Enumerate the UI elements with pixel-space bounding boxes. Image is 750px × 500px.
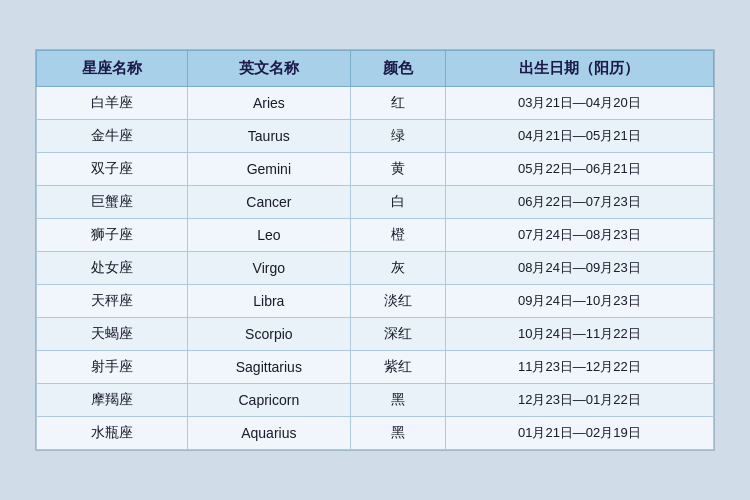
cell-color: 黑 [350,417,445,450]
cell-color: 白 [350,186,445,219]
table-row: 水瓶座Aquarius黑01月21日—02月19日 [37,417,714,450]
header-chinese-name: 星座名称 [37,51,188,87]
cell-chinese-name: 天秤座 [37,285,188,318]
cell-dates: 07月24日—08月23日 [445,219,713,252]
cell-color: 橙 [350,219,445,252]
cell-color: 红 [350,87,445,120]
table-body: 白羊座Aries红03月21日—04月20日金牛座Taurus绿04月21日—0… [37,87,714,450]
cell-dates: 03月21日—04月20日 [445,87,713,120]
table-row: 白羊座Aries红03月21日—04月20日 [37,87,714,120]
table-row: 双子座Gemini黄05月22日—06月21日 [37,153,714,186]
cell-chinese-name: 双子座 [37,153,188,186]
cell-english-name: Sagittarius [188,351,351,384]
cell-dates: 08月24日—09月23日 [445,252,713,285]
cell-chinese-name: 摩羯座 [37,384,188,417]
cell-english-name: Libra [188,285,351,318]
zodiac-table-container: 星座名称 英文名称 颜色 出生日期（阳历） 白羊座Aries红03月21日—04… [35,49,715,451]
cell-english-name: Taurus [188,120,351,153]
cell-chinese-name: 白羊座 [37,87,188,120]
cell-dates: 10月24日—11月22日 [445,318,713,351]
table-header-row: 星座名称 英文名称 颜色 出生日期（阳历） [37,51,714,87]
table-row: 狮子座Leo橙07月24日—08月23日 [37,219,714,252]
cell-english-name: Leo [188,219,351,252]
cell-dates: 06月22日—07月23日 [445,186,713,219]
cell-color: 黄 [350,153,445,186]
cell-chinese-name: 巨蟹座 [37,186,188,219]
cell-color: 绿 [350,120,445,153]
cell-color: 淡红 [350,285,445,318]
table-row: 天蝎座Scorpio深红10月24日—11月22日 [37,318,714,351]
cell-chinese-name: 水瓶座 [37,417,188,450]
cell-chinese-name: 射手座 [37,351,188,384]
cell-english-name: Cancer [188,186,351,219]
cell-dates: 05月22日—06月21日 [445,153,713,186]
cell-chinese-name: 处女座 [37,252,188,285]
table-row: 天秤座Libra淡红09月24日—10月23日 [37,285,714,318]
cell-color: 灰 [350,252,445,285]
cell-dates: 04月21日—05月21日 [445,120,713,153]
cell-dates: 09月24日—10月23日 [445,285,713,318]
header-dates: 出生日期（阳历） [445,51,713,87]
table-row: 金牛座Taurus绿04月21日—05月21日 [37,120,714,153]
table-row: 巨蟹座Cancer白06月22日—07月23日 [37,186,714,219]
header-color: 颜色 [350,51,445,87]
cell-english-name: Capricorn [188,384,351,417]
cell-english-name: Virgo [188,252,351,285]
table-row: 处女座Virgo灰08月24日—09月23日 [37,252,714,285]
cell-chinese-name: 天蝎座 [37,318,188,351]
cell-dates: 01月21日—02月19日 [445,417,713,450]
cell-chinese-name: 狮子座 [37,219,188,252]
cell-color: 紫红 [350,351,445,384]
cell-dates: 11月23日—12月22日 [445,351,713,384]
cell-dates: 12月23日—01月22日 [445,384,713,417]
cell-english-name: Aquarius [188,417,351,450]
cell-english-name: Scorpio [188,318,351,351]
zodiac-table: 星座名称 英文名称 颜色 出生日期（阳历） 白羊座Aries红03月21日—04… [36,50,714,450]
table-row: 摩羯座Capricorn黑12月23日—01月22日 [37,384,714,417]
cell-english-name: Aries [188,87,351,120]
cell-chinese-name: 金牛座 [37,120,188,153]
table-row: 射手座Sagittarius紫红11月23日—12月22日 [37,351,714,384]
header-english-name: 英文名称 [188,51,351,87]
cell-english-name: Gemini [188,153,351,186]
cell-color: 深红 [350,318,445,351]
cell-color: 黑 [350,384,445,417]
